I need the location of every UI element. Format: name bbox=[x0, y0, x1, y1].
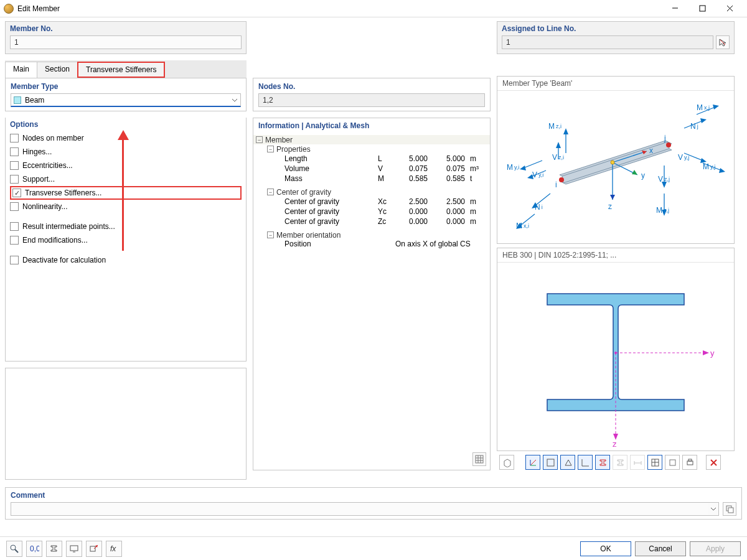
ibeam-axes-icon bbox=[49, 544, 59, 554]
units-button[interactable]: 0,00 bbox=[26, 541, 42, 557]
svg-marker-66 bbox=[565, 460, 571, 465]
cog-z-v2: 0.000 bbox=[433, 217, 470, 226]
member-type-select[interactable]: Beam bbox=[11, 93, 241, 107]
prop-volume-unit: m³ bbox=[470, 164, 487, 173]
prop-volume-v1: 0.075 bbox=[395, 164, 433, 173]
svg-marker-29 bbox=[563, 128, 568, 134]
svg-marker-33 bbox=[520, 166, 526, 170]
cog-z-label: Center of gravity bbox=[284, 217, 378, 226]
svg-rect-76 bbox=[687, 461, 693, 465]
copy-icon bbox=[725, 505, 734, 513]
prop-volume-sym: V bbox=[378, 164, 395, 173]
option-deactivate-calculation[interactable]: Deactivate for calculation bbox=[10, 253, 242, 267]
option-end-modifications[interactable]: End modifications... bbox=[10, 233, 242, 247]
tool-cs-button[interactable] bbox=[578, 455, 593, 470]
3dview-button[interactable] bbox=[66, 541, 82, 557]
option-hinges[interactable]: Hinges... bbox=[10, 145, 242, 159]
tool-dimensions-button[interactable] bbox=[630, 455, 645, 470]
magnifier-icon bbox=[9, 544, 19, 554]
tool-view-button[interactable] bbox=[499, 455, 514, 470]
monitor-icon bbox=[69, 544, 79, 554]
tool-ibeam-red[interactable] bbox=[595, 455, 610, 470]
collapse-icon[interactable]: − bbox=[267, 146, 274, 152]
information-title: Information | Analytical & Mesh bbox=[253, 118, 490, 133]
tool-local-cs-button[interactable] bbox=[525, 455, 540, 470]
tree-member: Member bbox=[265, 136, 293, 144]
svg-line-83 bbox=[15, 549, 18, 553]
maximize-button[interactable] bbox=[688, 0, 716, 17]
prop-length-v2: 5.000 bbox=[433, 154, 470, 163]
tool-print-button[interactable] bbox=[682, 455, 697, 470]
prop-mass-v2: 0.585 bbox=[433, 174, 470, 183]
cog-z-unit: m bbox=[470, 217, 487, 226]
assigned-line-panel: Assigned to Line No. bbox=[497, 21, 735, 54]
comment-copy-button[interactable] bbox=[723, 502, 736, 516]
assigned-line-input[interactable] bbox=[502, 35, 713, 49]
member-type-value: Beam bbox=[25, 96, 44, 105]
svg-rect-81 bbox=[728, 508, 733, 513]
cog-y-sym: Yc bbox=[378, 207, 395, 216]
option-transverse-stiffeners[interactable]: Transverse Stiffeners... bbox=[10, 186, 242, 200]
apply-button[interactable]: Apply bbox=[690, 541, 741, 556]
help-button[interactable] bbox=[6, 541, 22, 557]
collapse-icon[interactable]: − bbox=[256, 136, 263, 143]
nodes-no-input[interactable] bbox=[258, 93, 485, 107]
cog-x-label: Center of gravity bbox=[284, 197, 378, 206]
section-preview-title: HEB 300 | DIN 1025-2:1995-11; ... bbox=[497, 248, 734, 263]
prop-length-sym: L bbox=[378, 154, 395, 163]
section-preview-panel: HEB 300 | DIN 1025-2:1995-11; ... bbox=[497, 248, 735, 451]
wire-icon bbox=[668, 458, 677, 467]
decimals-icon: 0,00 bbox=[29, 544, 39, 554]
option-nonlinearity[interactable]: Nonlinearity... bbox=[10, 200, 242, 213]
svg-text:y: y bbox=[641, 171, 645, 180]
export-button[interactable] bbox=[86, 541, 102, 557]
collapse-icon[interactable]: − bbox=[267, 189, 274, 195]
option-eccentricities[interactable]: Eccentricities... bbox=[10, 159, 242, 172]
svg-marker-31 bbox=[556, 142, 561, 148]
prop-length-v1: 5.000 bbox=[395, 154, 433, 163]
cancel-button[interactable]: Cancel bbox=[635, 541, 686, 556]
minimize-button[interactable] bbox=[661, 0, 688, 17]
tool-grid-button[interactable] bbox=[647, 455, 662, 470]
grid-tool-button[interactable] bbox=[472, 452, 486, 466]
tool-wireframe-button[interactable] bbox=[665, 455, 680, 470]
close-button[interactable] bbox=[716, 0, 743, 17]
comment-input[interactable] bbox=[11, 502, 708, 516]
ok-button[interactable]: OK bbox=[580, 541, 631, 556]
tool-ibeam-grey[interactable] bbox=[613, 455, 627, 470]
nodes-no-label: Nodes No. bbox=[258, 82, 485, 91]
prop-volume-v2: 0.075 bbox=[433, 164, 470, 173]
x-icon bbox=[709, 458, 718, 467]
tool-section-button[interactable] bbox=[543, 455, 558, 470]
collapse-icon[interactable]: − bbox=[267, 231, 274, 238]
pick-line-button[interactable] bbox=[716, 35, 730, 49]
member-no-input[interactable] bbox=[10, 35, 242, 49]
svg-marker-13 bbox=[562, 142, 669, 183]
tab-section[interactable]: Section bbox=[37, 62, 78, 78]
svg-rect-85 bbox=[70, 546, 78, 551]
tab-transverse-stiffeners[interactable]: Transverse Stiffeners bbox=[77, 62, 165, 78]
prop-mass-unit: t bbox=[470, 174, 487, 183]
tree-cog: Center of gravity bbox=[276, 188, 331, 197]
member-ibeam-button[interactable] bbox=[46, 541, 62, 557]
svg-rect-4 bbox=[476, 455, 483, 463]
ruler-icon bbox=[633, 458, 642, 467]
comment-dropdown-button[interactable] bbox=[708, 502, 719, 516]
cog-x-v1: 2.500 bbox=[395, 197, 433, 206]
cog-y-unit: m bbox=[470, 207, 487, 216]
svg-line-62 bbox=[530, 460, 536, 465]
tool-supports-button[interactable] bbox=[560, 455, 575, 470]
options-panel: Options Nodes on member Hinges... Eccent… bbox=[5, 118, 247, 362]
option-result-intermediate-points[interactable]: Result intermediate points... bbox=[10, 220, 242, 233]
function-button[interactable]: fx bbox=[106, 541, 122, 557]
member-no-panel: Member No. bbox=[5, 21, 247, 54]
member-type-preview: x y z i j bbox=[497, 91, 734, 243]
tab-main[interactable]: Main bbox=[5, 62, 37, 78]
tool-clear-button[interactable] bbox=[706, 455, 721, 470]
window-title: Edit Member bbox=[17, 4, 60, 13]
svg-marker-47 bbox=[719, 168, 725, 173]
preview-toolbar bbox=[497, 451, 735, 474]
option-support[interactable]: Support... bbox=[10, 172, 242, 186]
tree-orientation: Member orientation bbox=[276, 231, 341, 240]
app-icon bbox=[4, 4, 14, 14]
